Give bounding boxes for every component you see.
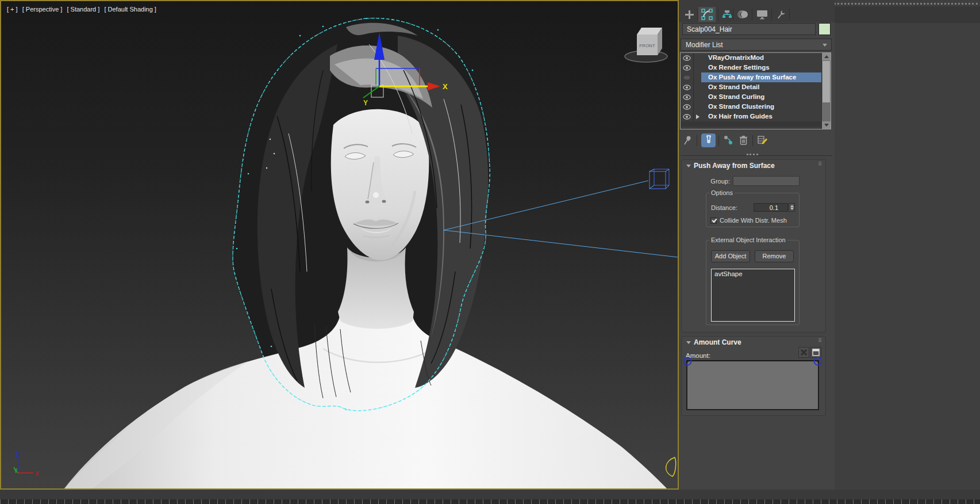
visibility-toggle[interactable] [681,72,694,82]
display-icon [756,10,768,20]
visibility-toggle[interactable] [681,92,694,102]
create-plus-icon [684,9,694,20]
stack-scrollbar[interactable] [821,53,831,129]
scrollbar-thumb[interactable] [823,61,830,102]
visibility-toggle[interactable] [681,102,694,112]
viewport-maximize-menu[interactable]: [ + ] [7,6,18,13]
add-object-button[interactable]: Add Object [711,250,750,262]
distance-spinner-field[interactable]: 0.1 [754,203,788,212]
scroll-up-icon[interactable] [822,53,831,60]
viewcube-front-label: FRONT [639,43,655,48]
gizmo-x-label: X [443,82,448,91]
modifier-name: Ox Hair from Guides [701,112,822,121]
eye-icon [683,94,691,100]
tab-separator [789,9,790,20]
external-objects-list[interactable]: avtShape [711,269,795,322]
hierarchy-icon [722,10,732,19]
amount-curve-rollout: Amount Curve ⠿ Amount: [681,336,826,416]
rollout-header[interactable]: Amount Curve ⠿ [682,337,825,348]
modifier-row[interactable]: Ox Hair from Guides [681,112,822,121]
test-tube-icon [705,135,712,146]
delete-x-icon [800,349,808,356]
rollout-title: Amount Curve [694,338,741,346]
modifier-row[interactable]: VRayOrnatrixMod [681,53,822,63]
spinner-up-icon[interactable] [790,205,794,207]
gizmo-y-label: Y [363,99,368,107]
external-object-legend: External Object Interaction [709,236,787,243]
list-item[interactable]: avtShape [712,269,794,278]
spinner-down-icon[interactable] [790,208,794,210]
chevron-down-icon [823,44,827,47]
rollout-grip-icon[interactable]: ⠿ [818,338,823,343]
modifier-row[interactable]: Ox Strand Clustering [681,102,822,112]
modifier-row-selected[interactable]: Ox Push Away from Surface [681,72,822,82]
rollout-header[interactable]: Push Away from Surface ⠿ [682,160,825,171]
viewcube[interactable]: FRONT [625,28,667,62]
collide-checkbox-label: Collide With Distr. Mesh [720,217,787,224]
modifier-name: Ox Strand Curling [701,92,822,102]
viewport-scene: X Y FRONT Z X Y [1,1,678,488]
object-color-swatch[interactable] [818,23,831,35]
collide-checkbox[interactable] [710,217,717,224]
curve-point-left [687,361,689,362]
modifier-name: Ox Render Settings [701,63,822,72]
distance-spinner-arrows[interactable] [789,203,795,212]
motion-tab[interactable] [736,7,751,22]
trackbar[interactable] [0,499,980,504]
create-tab[interactable] [682,7,697,22]
visibility-toggle[interactable] [681,112,694,121]
bottom-strip [0,490,980,504]
options-legend: Options [709,189,735,196]
show-end-result-button[interactable] [701,133,716,147]
group-field[interactable] [733,176,800,186]
modify-tab[interactable] [698,7,716,22]
character-body[interactable] [64,247,667,488]
empty-workspace-area [835,0,980,490]
eye-icon [683,55,691,61]
axis-x-label: X [35,471,39,477]
viewport-preset-menu[interactable]: [ Standard ] [67,6,99,13]
perspective-viewport[interactable]: X Y FRONT Z X Y [0,0,679,490]
panel-separator-grip[interactable] [747,154,758,155]
modifier-row[interactable]: Ox Strand Detail [681,82,822,92]
viewport-shading-menu[interactable]: [ Default Shading ] [104,6,156,13]
toolbar-separator [697,135,697,146]
toolbar-separator [718,135,719,146]
modifier-name: Ox Strand Detail [701,82,822,92]
command-panel: Scalp004_Hair Modifier List VRayOrnatrix… [679,0,835,490]
configure-modifier-sets-button[interactable] [756,133,769,147]
tab-separator [752,9,752,20]
tab-separator [697,9,698,20]
amount-curve-editor[interactable] [686,360,819,411]
modifier-list-label: Modifier List [686,41,723,49]
remove-modifier-button[interactable] [737,133,750,147]
pin-stack-button[interactable] [681,133,694,147]
visibility-toggle[interactable] [681,53,694,63]
tab-separator [733,9,733,20]
modifier-row-clipped [681,121,822,127]
visibility-toggle[interactable] [681,63,694,72]
scroll-down-icon[interactable] [822,121,831,129]
collapse-arrow-icon [686,165,691,167]
panel-separator [681,155,832,156]
stack-toolbar [679,133,835,149]
display-tab[interactable] [755,7,770,22]
make-unique-button[interactable] [722,133,735,147]
trash-icon [739,135,748,146]
expand-arrow-icon[interactable] [696,114,700,119]
visibility-toggle[interactable] [681,82,694,92]
viewport-label: [ + ] [ Perspective ] [ Standard ] [ Def… [7,6,159,13]
modifier-list-dropdown[interactable]: Modifier List [681,39,832,51]
rollout-grip-icon[interactable]: ⠿ [818,161,823,167]
options-groupbox: Options Distance: 0.1 Collide With Distr… [706,189,800,227]
viewport-pov-menu[interactable]: [ Perspective ] [22,6,63,13]
object-name-field[interactable]: Scalp004_Hair [682,23,816,35]
modifier-row[interactable]: Ox Strand Curling [681,92,822,102]
remove-object-button[interactable]: Remove [755,250,794,262]
modifier-row[interactable]: Ox Render Settings [681,63,822,72]
curve-editor-window-button[interactable] [810,347,821,358]
distance-label: Distance: [711,204,737,211]
external-object-wirebox[interactable] [650,169,669,189]
utilities-tab[interactable] [774,7,789,22]
delete-curve-button[interactable] [798,347,809,358]
